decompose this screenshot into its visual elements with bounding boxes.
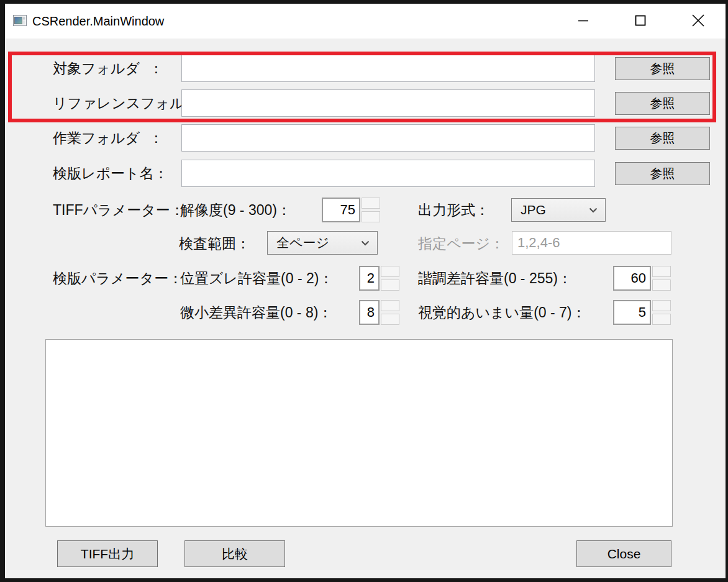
- close-icon: [691, 14, 705, 29]
- visual-fuzziness-input[interactable]: [613, 300, 651, 325]
- position-spin-up-button[interactable]: [381, 266, 399, 277]
- work-folder-input[interactable]: [181, 124, 595, 152]
- minor-spin-up-button[interactable]: [381, 300, 399, 311]
- close-button[interactable]: [679, 4, 717, 39]
- log-area[interactable]: [45, 339, 673, 527]
- label-colon: ：: [149, 55, 163, 82]
- reference-folder-input[interactable]: [181, 89, 595, 117]
- tone-spin-up-button[interactable]: [652, 266, 671, 277]
- label-text: 作業フォルダ: [53, 124, 140, 152]
- report-name-input[interactable]: [181, 160, 595, 187]
- label-text: リファレンスフォルダ: [53, 89, 199, 117]
- target-folder-browse-button[interactable]: 参照: [615, 57, 710, 80]
- report-name-browse-button[interactable]: 参照: [615, 162, 710, 185]
- scan-range-select[interactable]: 全ページ: [267, 231, 378, 255]
- tone-tolerance-label: 諧調差許容量(0 - 255)：: [418, 266, 572, 291]
- tiff-section-label: TIFFパラメーター ：: [53, 198, 163, 222]
- target-folder-label: 対象フォルダ ：: [53, 55, 163, 82]
- window-title: CSRender.MainWindow: [32, 4, 164, 39]
- output-format-label: 出力形式：: [418, 198, 489, 222]
- label-text: 対象フォルダ: [53, 55, 140, 82]
- app-icon: [13, 15, 27, 29]
- compare-button[interactable]: 比較: [184, 540, 285, 567]
- resolution-label: 解像度(9 - 300)：: [180, 198, 291, 222]
- label-text: 検版パラメーター: [53, 266, 168, 291]
- minor-spin-down-button[interactable]: [381, 314, 399, 325]
- position-tolerance-label: 位置ズレ許容量(0 - 2)：: [180, 266, 333, 291]
- label-text: TIFFパラメーター: [53, 198, 170, 222]
- report-name-label: 検版レポート名 ：: [53, 160, 163, 187]
- position-spin-down-button[interactable]: [381, 280, 399, 291]
- reference-folder-label: リファレンスフォルダ ：: [53, 89, 163, 117]
- label-colon: ：: [154, 160, 168, 187]
- resolution-input[interactable]: [322, 198, 360, 222]
- tiff-output-button[interactable]: TIFF出力: [57, 540, 158, 567]
- tone-spin-down-button[interactable]: [652, 280, 671, 291]
- maximize-button[interactable]: [621, 4, 660, 39]
- chevron-down-icon: [361, 240, 370, 246]
- scan-range-value: 全ページ: [276, 234, 329, 252]
- maximize-icon: [634, 14, 647, 29]
- position-tolerance-input[interactable]: [359, 266, 380, 291]
- close-action-button[interactable]: Close: [576, 540, 671, 567]
- page-spec-label: 指定ページ：: [418, 231, 504, 256]
- scan-range-label: 検査範囲：: [179, 231, 250, 256]
- chevron-down-icon: [589, 207, 598, 213]
- tone-tolerance-input[interactable]: [613, 266, 651, 291]
- minimize-button[interactable]: [564, 4, 603, 39]
- label-colon: ：: [149, 124, 163, 152]
- visual-spin-down-button[interactable]: [652, 314, 671, 325]
- label-text: 検版レポート名: [53, 160, 154, 187]
- output-format-value: JPG: [521, 202, 546, 217]
- visual-fuzziness-label: 視覚的あいまい量(0 - 7)：: [418, 300, 586, 325]
- work-folder-browse-button[interactable]: 参照: [615, 127, 710, 150]
- inspection-section-label: 検版パラメーター ：: [53, 266, 163, 291]
- target-folder-input[interactable]: [181, 55, 595, 82]
- output-format-select[interactable]: JPG: [511, 198, 606, 222]
- reference-folder-browse-button[interactable]: 参照: [615, 92, 710, 115]
- minor-diff-tolerance-input[interactable]: [359, 300, 380, 325]
- resolution-spin-down-button[interactable]: [362, 211, 380, 222]
- page-spec-input[interactable]: [512, 231, 671, 255]
- minimize-icon: [577, 14, 589, 29]
- resolution-spin-up-button[interactable]: [362, 198, 380, 209]
- work-folder-label: 作業フォルダ ：: [53, 124, 163, 152]
- visual-spin-up-button[interactable]: [652, 300, 671, 311]
- minor-diff-tolerance-label: 微小差異許容量(0 - 8)：: [180, 300, 332, 325]
